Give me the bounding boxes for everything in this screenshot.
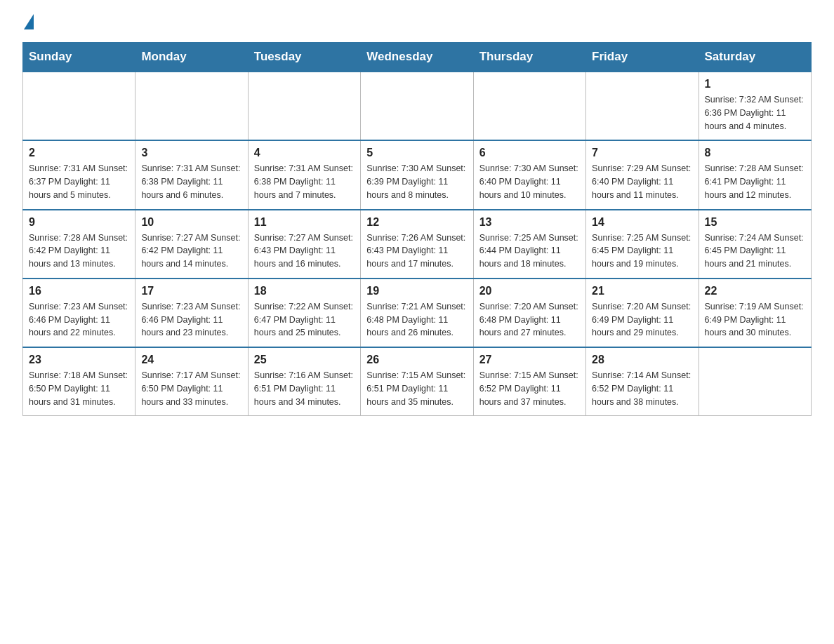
calendar-cell: 9Sunrise: 7:28 AM Sunset: 6:42 PM Daylig… — [23, 210, 135, 279]
day-info: Sunrise: 7:30 AM Sunset: 6:40 PM Dayligh… — [479, 162, 580, 201]
day-of-week-header: Thursday — [473, 43, 585, 72]
day-info: Sunrise: 7:20 AM Sunset: 6:48 PM Dayligh… — [479, 300, 580, 340]
calendar-cell: 4Sunrise: 7:31 AM Sunset: 6:38 PM Daylig… — [248, 140, 360, 209]
calendar-cell: 6Sunrise: 7:30 AM Sunset: 6:40 PM Daylig… — [473, 140, 585, 209]
day-number: 10 — [141, 216, 241, 229]
calendar-cell: 14Sunrise: 7:25 AM Sunset: 6:45 PM Dayli… — [586, 210, 699, 279]
calendar-cell: 13Sunrise: 7:25 AM Sunset: 6:44 PM Dayli… — [473, 210, 585, 279]
calendar-cell: 21Sunrise: 7:20 AM Sunset: 6:49 PM Dayli… — [586, 279, 699, 347]
day-number: 12 — [366, 216, 467, 229]
calendar-cell: 1Sunrise: 7:32 AM Sunset: 6:36 PM Daylig… — [699, 72, 811, 140]
day-number: 27 — [479, 354, 580, 366]
calendar-week-row: 2Sunrise: 7:31 AM Sunset: 6:37 PM Daylig… — [23, 140, 812, 209]
day-info: Sunrise: 7:24 AM Sunset: 6:45 PM Dayligh… — [705, 232, 805, 271]
day-number: 19 — [366, 285, 467, 297]
page-header — [22, 17, 812, 29]
calendar-cell: 10Sunrise: 7:27 AM Sunset: 6:42 PM Dayli… — [135, 210, 248, 279]
calendar-cell: 11Sunrise: 7:27 AM Sunset: 6:43 PM Dayli… — [248, 210, 360, 279]
calendar-cell: 28Sunrise: 7:14 AM Sunset: 6:52 PM Dayli… — [586, 347, 699, 416]
day-of-week-header: Monday — [135, 43, 248, 72]
calendar-cell: 20Sunrise: 7:20 AM Sunset: 6:48 PM Dayli… — [473, 279, 585, 347]
calendar-cell: 19Sunrise: 7:21 AM Sunset: 6:48 PM Dayli… — [361, 279, 473, 347]
day-number: 14 — [592, 216, 692, 229]
day-info: Sunrise: 7:28 AM Sunset: 6:42 PM Dayligh… — [29, 232, 129, 271]
day-of-week-header: Tuesday — [248, 43, 360, 72]
day-number: 3 — [141, 147, 241, 159]
day-info: Sunrise: 7:30 AM Sunset: 6:39 PM Dayligh… — [366, 162, 467, 201]
day-of-week-header: Friday — [586, 43, 699, 72]
day-number: 4 — [254, 147, 355, 159]
day-info: Sunrise: 7:29 AM Sunset: 6:40 PM Dayligh… — [592, 162, 692, 201]
day-info: Sunrise: 7:21 AM Sunset: 6:48 PM Dayligh… — [366, 300, 467, 340]
day-number: 1 — [705, 78, 805, 90]
day-info: Sunrise: 7:31 AM Sunset: 6:38 PM Dayligh… — [141, 162, 241, 201]
day-info: Sunrise: 7:25 AM Sunset: 6:45 PM Dayligh… — [592, 232, 692, 271]
calendar-cell: 2Sunrise: 7:31 AM Sunset: 6:37 PM Daylig… — [23, 140, 135, 209]
day-number: 26 — [366, 354, 467, 366]
calendar-cell — [23, 72, 135, 140]
calendar-cell: 12Sunrise: 7:26 AM Sunset: 6:43 PM Dayli… — [361, 210, 473, 279]
logo-triangle-icon — [24, 14, 34, 29]
day-info: Sunrise: 7:26 AM Sunset: 6:43 PM Dayligh… — [366, 232, 467, 271]
calendar-week-row: 9Sunrise: 7:28 AM Sunset: 6:42 PM Daylig… — [23, 210, 812, 279]
day-info: Sunrise: 7:14 AM Sunset: 6:52 PM Dayligh… — [592, 369, 692, 408]
calendar-cell: 15Sunrise: 7:24 AM Sunset: 6:45 PM Dayli… — [699, 210, 811, 279]
day-info: Sunrise: 7:31 AM Sunset: 6:38 PM Dayligh… — [254, 162, 355, 201]
day-number: 11 — [254, 216, 355, 229]
calendar-cell — [248, 72, 360, 140]
calendar-cell: 17Sunrise: 7:23 AM Sunset: 6:46 PM Dayli… — [135, 279, 248, 347]
calendar-cell: 5Sunrise: 7:30 AM Sunset: 6:39 PM Daylig… — [361, 140, 473, 209]
calendar-cell — [473, 72, 585, 140]
day-number: 8 — [705, 147, 805, 159]
day-info: Sunrise: 7:20 AM Sunset: 6:49 PM Dayligh… — [592, 300, 692, 340]
day-of-week-header: Sunday — [23, 43, 135, 72]
day-number: 25 — [254, 354, 355, 366]
day-info: Sunrise: 7:19 AM Sunset: 6:49 PM Dayligh… — [705, 300, 805, 340]
day-info: Sunrise: 7:16 AM Sunset: 6:51 PM Dayligh… — [254, 369, 355, 408]
calendar-table: SundayMondayTuesdayWednesdayThursdayFrid… — [22, 42, 812, 416]
calendar-header-row: SundayMondayTuesdayWednesdayThursdayFrid… — [23, 43, 812, 72]
calendar-week-row: 16Sunrise: 7:23 AM Sunset: 6:46 PM Dayli… — [23, 279, 812, 347]
day-of-week-header: Saturday — [699, 43, 811, 72]
day-number: 2 — [29, 147, 129, 159]
day-info: Sunrise: 7:32 AM Sunset: 6:36 PM Dayligh… — [705, 93, 805, 133]
calendar-cell: 22Sunrise: 7:19 AM Sunset: 6:49 PM Dayli… — [699, 279, 811, 347]
calendar-cell: 3Sunrise: 7:31 AM Sunset: 6:38 PM Daylig… — [135, 140, 248, 209]
calendar-week-row: 1Sunrise: 7:32 AM Sunset: 6:36 PM Daylig… — [23, 72, 812, 140]
day-number: 22 — [705, 285, 805, 297]
day-number: 20 — [479, 285, 580, 297]
day-number: 23 — [29, 354, 129, 366]
day-info: Sunrise: 7:27 AM Sunset: 6:43 PM Dayligh… — [254, 232, 355, 271]
day-info: Sunrise: 7:23 AM Sunset: 6:46 PM Dayligh… — [141, 300, 241, 340]
calendar-cell: 26Sunrise: 7:15 AM Sunset: 6:51 PM Dayli… — [361, 347, 473, 416]
day-number: 9 — [29, 216, 129, 229]
calendar-cell: 27Sunrise: 7:15 AM Sunset: 6:52 PM Dayli… — [473, 347, 585, 416]
day-number: 7 — [592, 147, 692, 159]
calendar-cell: 16Sunrise: 7:23 AM Sunset: 6:46 PM Dayli… — [23, 279, 135, 347]
calendar-cell — [361, 72, 473, 140]
calendar-cell: 25Sunrise: 7:16 AM Sunset: 6:51 PM Dayli… — [248, 347, 360, 416]
day-info: Sunrise: 7:22 AM Sunset: 6:47 PM Dayligh… — [254, 300, 355, 340]
calendar-cell: 7Sunrise: 7:29 AM Sunset: 6:40 PM Daylig… — [586, 140, 699, 209]
day-number: 13 — [479, 216, 580, 229]
calendar-cell — [699, 347, 811, 416]
day-info: Sunrise: 7:25 AM Sunset: 6:44 PM Dayligh… — [479, 232, 580, 271]
day-number: 17 — [141, 285, 241, 297]
calendar-cell: 23Sunrise: 7:18 AM Sunset: 6:50 PM Dayli… — [23, 347, 135, 416]
calendar-cell: 8Sunrise: 7:28 AM Sunset: 6:41 PM Daylig… — [699, 140, 811, 209]
day-number: 24 — [141, 354, 241, 366]
day-info: Sunrise: 7:17 AM Sunset: 6:50 PM Dayligh… — [141, 369, 241, 408]
day-number: 21 — [592, 285, 692, 297]
logo — [22, 17, 34, 29]
day-number: 6 — [479, 147, 580, 159]
calendar-cell — [135, 72, 248, 140]
day-number: 15 — [705, 216, 805, 229]
day-number: 5 — [366, 147, 467, 159]
day-info: Sunrise: 7:15 AM Sunset: 6:51 PM Dayligh… — [366, 369, 467, 408]
day-number: 16 — [29, 285, 129, 297]
day-info: Sunrise: 7:15 AM Sunset: 6:52 PM Dayligh… — [479, 369, 580, 408]
calendar-cell — [586, 72, 699, 140]
day-info: Sunrise: 7:28 AM Sunset: 6:41 PM Dayligh… — [705, 162, 805, 201]
day-of-week-header: Wednesday — [361, 43, 473, 72]
calendar-week-row: 23Sunrise: 7:18 AM Sunset: 6:50 PM Dayli… — [23, 347, 812, 416]
